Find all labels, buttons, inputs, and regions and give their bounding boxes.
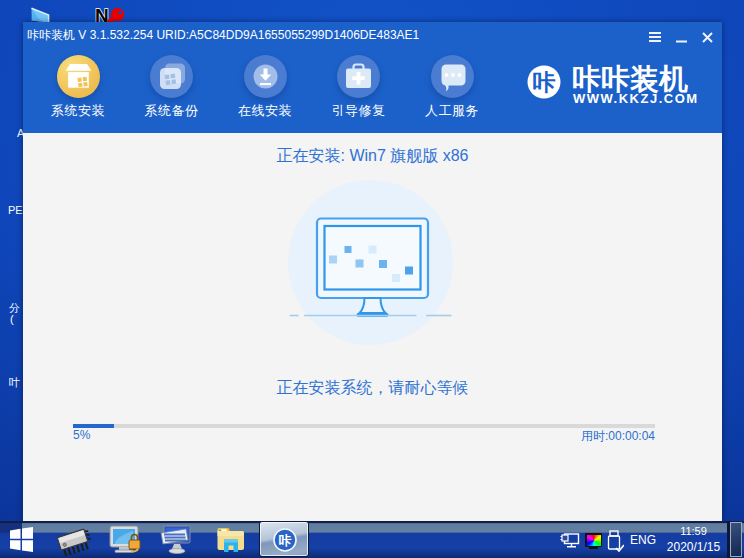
svg-text:咔: 咔 [279, 533, 292, 548]
svg-text:咔: 咔 [533, 69, 556, 95]
svg-text:WWW.KKZJ.COM: WWW.KKZJ.COM [573, 91, 699, 106]
